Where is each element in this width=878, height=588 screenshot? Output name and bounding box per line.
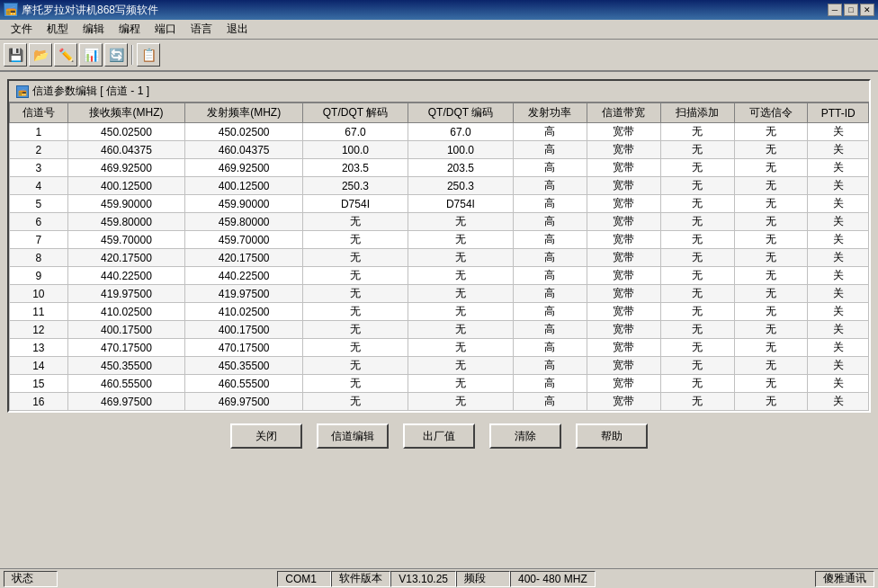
table-row[interactable]: 12400.17500400.17500无无高宽带无无关: [10, 321, 869, 339]
action-buttons-row: 关闭 信道编辑 出厂值 清除 帮助: [7, 413, 871, 459]
clear-btn[interactable]: 清除: [489, 423, 561, 449]
table-cell: 关: [808, 267, 869, 285]
table-cell: 250.3: [408, 177, 513, 195]
table-cell: 469.97500: [185, 393, 303, 411]
toolbar: 💾 📂 ✏️ 📊 🔄 📋: [0, 40, 878, 72]
table-cell: 高: [513, 159, 587, 177]
table-row[interactable]: 15460.55500460.55500无无高宽带无无关: [10, 375, 869, 393]
table-cell: 15: [10, 375, 68, 393]
table-row[interactable]: 4400.12500400.12500250.3250.3高宽带无无关: [10, 177, 869, 195]
table-cell: 459.80000: [67, 213, 185, 231]
table-row[interactable]: 10419.97500419.97500无无高宽带无无关: [10, 285, 869, 303]
channel-table-container[interactable]: 信道号 接收频率(MHZ) 发射频率(MHZ) QT/DQT 解码 QT/DQT…: [9, 102, 869, 411]
table-cell: 无: [408, 249, 513, 267]
table-row[interactable]: 16469.97500469.97500无无高宽带无无关: [10, 393, 869, 411]
table-cell: 400.12500: [67, 177, 185, 195]
table-row[interactable]: 14450.35500450.35500无无高宽带无无关: [10, 357, 869, 375]
close-button[interactable]: ✕: [860, 4, 874, 16]
menu-file[interactable]: 文件: [4, 20, 40, 39]
table-cell: 关: [808, 159, 869, 177]
table-cell: 关: [808, 285, 869, 303]
status-freq-label: 频段: [456, 571, 510, 587]
status-version: V13.10.25: [390, 571, 456, 587]
table-cell: 14: [10, 357, 68, 375]
table-cell: 203.5: [408, 159, 513, 177]
status-sw-label: 软件版本: [331, 571, 390, 587]
table-cell: 无: [660, 231, 734, 249]
col-header-bandwidth: 信道带宽: [587, 103, 660, 123]
menu-edit[interactable]: 编辑: [76, 20, 112, 39]
table-row[interactable]: 1450.02500450.0250067.067.0高宽带无无关: [10, 123, 869, 141]
menu-port[interactable]: 端口: [148, 20, 184, 39]
menu-program[interactable]: 编程: [112, 20, 148, 39]
table-row[interactable]: 9440.22500440.22500无无高宽带无无关: [10, 267, 869, 285]
table-cell: 7: [10, 231, 68, 249]
table-cell: 450.02500: [67, 123, 185, 141]
toolbar-btn-refresh[interactable]: 🔄: [104, 43, 128, 67]
channel-table: 信道号 接收频率(MHZ) 发射频率(MHZ) QT/DQT 解码 QT/DQT…: [9, 102, 869, 411]
table-cell: 无: [660, 303, 734, 321]
table-cell: 无: [734, 267, 808, 285]
table-row[interactable]: 2460.04375460.04375100.0100.0高宽带无无关: [10, 141, 869, 159]
table-cell: 250.3: [302, 177, 408, 195]
toolbar-btn-edit[interactable]: ✏️: [54, 43, 77, 67]
status-freq-range: 400- 480 MHZ: [510, 571, 596, 587]
table-cell: 高: [513, 195, 587, 213]
toolbar-btn-save[interactable]: 💾: [4, 43, 27, 67]
table-cell: 关: [808, 249, 869, 267]
panel-title: 📻 信道参数编辑 [ 信道 - 1 ]: [9, 81, 869, 102]
table-row[interactable]: 6459.80000459.80000无无高宽带无无关: [10, 213, 869, 231]
toolbar-btn-open[interactable]: 📂: [29, 43, 52, 67]
table-cell: 宽带: [587, 357, 660, 375]
table-row[interactable]: 3469.92500469.92500203.5203.5高宽带无无关: [10, 159, 869, 177]
table-cell: 无: [734, 123, 808, 141]
table-cell: 无: [302, 339, 408, 357]
help-btn[interactable]: 帮助: [576, 423, 648, 449]
table-cell: 12: [10, 321, 68, 339]
minimize-button[interactable]: ─: [828, 4, 842, 16]
table-cell: 100.0: [302, 141, 408, 159]
table-cell: 无: [408, 285, 513, 303]
table-cell: 400.12500: [185, 177, 303, 195]
table-cell: 宽带: [587, 159, 660, 177]
table-cell: 9: [10, 267, 68, 285]
window-title: 摩托罗拉对讲机868写频软件: [22, 3, 158, 18]
table-cell: 无: [734, 285, 808, 303]
table-row[interactable]: 8420.17500420.17500无无高宽带无无关: [10, 249, 869, 267]
col-header-power: 发射功率: [513, 103, 587, 123]
table-cell: 459.70000: [185, 231, 303, 249]
table-cell: 高: [513, 141, 587, 159]
table-cell: 419.97500: [67, 285, 185, 303]
table-cell: 高: [513, 321, 587, 339]
factory-btn[interactable]: 出厂值: [403, 423, 475, 449]
table-cell: 无: [734, 339, 808, 357]
table-cell: 无: [734, 213, 808, 231]
table-cell: 2: [10, 141, 68, 159]
table-cell: 67.0: [302, 123, 408, 141]
table-row[interactable]: 11410.02500410.02500无无高宽带无无关: [10, 303, 869, 321]
table-cell: 无: [302, 303, 408, 321]
table-row[interactable]: 5459.90000459.90000D754ID754I高宽带无无关: [10, 195, 869, 213]
table-cell: 关: [808, 177, 869, 195]
table-row[interactable]: 13470.17500470.17500无无高宽带无无关: [10, 339, 869, 357]
table-cell: 无: [734, 393, 808, 411]
table-cell: 无: [734, 177, 808, 195]
toolbar-btn-clipboard[interactable]: 📋: [137, 43, 160, 67]
table-cell: 无: [408, 375, 513, 393]
table-cell: 无: [734, 141, 808, 159]
table-cell: 关: [808, 375, 869, 393]
menu-model[interactable]: 机型: [40, 20, 76, 39]
table-cell: 宽带: [587, 393, 660, 411]
maximize-button[interactable]: □: [844, 4, 858, 16]
table-cell: 410.02500: [185, 303, 303, 321]
status-state: 状态: [4, 571, 58, 587]
menu-language[interactable]: 语言: [184, 20, 220, 39]
table-cell: 高: [513, 303, 587, 321]
menu-exit[interactable]: 退出: [220, 20, 255, 39]
close-action-btn[interactable]: 关闭: [230, 423, 302, 449]
table-cell: 无: [302, 231, 408, 249]
toolbar-btn-chart[interactable]: 📊: [79, 43, 103, 67]
table-cell: 无: [660, 393, 734, 411]
channel-edit-btn[interactable]: 信道编辑: [317, 423, 389, 449]
table-row[interactable]: 7459.70000459.70000无无高宽带无无关: [10, 231, 869, 249]
